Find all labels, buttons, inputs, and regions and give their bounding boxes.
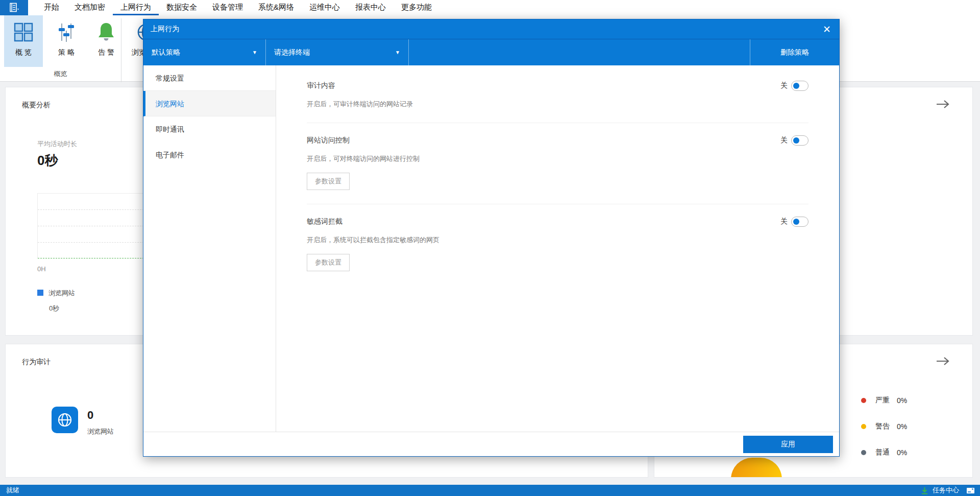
chevron-down-icon: ▼: [395, 50, 400, 55]
browse-web-label: 浏览网站: [87, 427, 114, 436]
menu-item-device-manage[interactable]: 设备管理: [205, 0, 251, 15]
toolbar-spacer: [409, 39, 750, 65]
ribbon-button-overview[interactable]: 概 览: [4, 15, 43, 67]
dialog-footer: 应用: [143, 432, 839, 456]
card-title: 行为审计: [22, 358, 51, 367]
normal-dot-icon: [861, 450, 866, 455]
section-audit-content: 审计内容 关 开启后，可审计终端访问的网站记录: [307, 68, 808, 123]
toggle-state-label: 关: [780, 217, 788, 226]
task-center-link[interactable]: 任务中心: [933, 486, 959, 495]
apply-button[interactable]: 应用: [743, 436, 833, 453]
section-desc: 开启后，可审计终端访问的网站记录: [307, 100, 808, 109]
section-title: 敏感词拦截: [307, 217, 342, 226]
main-menu: 开始 文档加密 上网行为 数据安全 设备管理 系统&网络 运维中心 报表中心 更…: [36, 0, 439, 15]
section-desc: 开启后，系统可以拦截包含指定敏感词的网页: [307, 235, 808, 245]
toggle-state-label: 关: [780, 136, 788, 145]
sensitive-words-toggle[interactable]: [791, 217, 808, 227]
ribbon-button-label: 告 警: [98, 48, 114, 57]
warning-dot-icon: [861, 424, 866, 429]
section-title: 审计内容: [307, 81, 335, 90]
internet-behavior-dialog: 上网行为 ✕ 默认策略 ▼ 请选择终端 ▼ 删除策略 常规设置 浏览网站 即时通…: [143, 19, 840, 457]
expand-arrow-icon[interactable]: [936, 357, 950, 368]
avg-activity-value: 0秒: [37, 152, 58, 170]
menu-item-system-network[interactable]: 系统&网络: [251, 0, 302, 15]
toggle-knob-icon: [793, 83, 799, 89]
nav-item-instant-messaging[interactable]: 即时通讯: [143, 116, 276, 142]
toggle-knob-icon: [793, 137, 799, 144]
ribbon-group-label: 概览: [0, 69, 121, 79]
grid-icon: [13, 21, 34, 43]
menu-item-start[interactable]: 开始: [36, 0, 67, 15]
menu-item-ops-center[interactable]: 运维中心: [302, 0, 348, 15]
expand-arrow-icon[interactable]: [936, 100, 950, 111]
delete-policy-button[interactable]: 删除策略: [750, 39, 839, 65]
dialog-nav: 常规设置 浏览网站 即时通讯 电子邮件: [143, 65, 276, 432]
dialog-content: 审计内容 关 开启后，可审计终端访问的网站记录 网站访问控制 关 开启后，可对: [276, 65, 839, 432]
alarm-item-normal: 普通0%: [861, 445, 907, 460]
chart-x-tick: 0H: [37, 265, 46, 273]
chevron-down-icon: [17, 9, 19, 10]
ribbon-button-alarm[interactable]: 告 警: [90, 15, 122, 67]
status-ready-label: 就绪: [0, 486, 19, 495]
avg-activity-label: 平均活动时长: [37, 139, 77, 149]
download-arrow-icon[interactable]: [921, 487, 928, 494]
ribbon-group-divider: [121, 18, 121, 82]
alarm-item-severe: 严重0%: [861, 393, 907, 408]
globe-icon: [56, 411, 74, 429]
bell-icon: [95, 21, 117, 43]
sliders-icon: [56, 21, 77, 43]
statusbar: 就绪 任务中心: [0, 485, 980, 496]
nav-item-browse-web[interactable]: 浏览网站: [143, 91, 276, 116]
terminal-dropdown[interactable]: 请选择终端 ▼: [266, 39, 409, 65]
policy-dropdown[interactable]: 默认策略 ▼: [143, 39, 266, 65]
dialog-title: 上网行为: [151, 25, 179, 34]
ribbon-button-label: 概 览: [15, 48, 32, 57]
nav-item-email[interactable]: 电子邮件: [143, 142, 276, 168]
toggle-state-label: 关: [780, 81, 788, 90]
app-menu-button[interactable]: [0, 0, 28, 15]
menu-item-doc-encrypt[interactable]: 文档加密: [67, 0, 113, 15]
alarm-gauge-arc: [731, 458, 782, 478]
param-settings-button[interactable]: 参数设置: [307, 254, 350, 271]
menubar: 开始 文档加密 上网行为 数据安全 设备管理 系统&网络 运维中心 报表中心 更…: [0, 0, 980, 15]
card-title: 概要分析: [22, 101, 51, 110]
menu-item-internet-behavior[interactable]: 上网行为: [113, 0, 159, 15]
severe-dot-icon: [861, 398, 866, 403]
alarm-item-warning: 警告0%: [861, 419, 907, 434]
web-access-toggle[interactable]: [791, 135, 808, 146]
browse-web-count: 0: [87, 409, 93, 422]
close-icon[interactable]: ✕: [823, 25, 831, 34]
menu-item-report-center[interactable]: 报表中心: [348, 0, 394, 15]
dialog-titlebar: 上网行为 ✕: [143, 19, 839, 39]
ribbon-button-policy[interactable]: 策 略: [50, 15, 83, 67]
document-list-icon: [8, 3, 21, 13]
section-web-access-control: 网站访问控制 关 开启后，可对终端访问的网站进行控制 参数设置: [307, 123, 808, 204]
ribbon-button-label: 策 略: [58, 48, 75, 57]
section-title: 网站访问控制: [307, 136, 350, 145]
audit-content-toggle[interactable]: [791, 81, 808, 91]
nav-item-general-settings[interactable]: 常规设置: [143, 65, 276, 91]
menu-item-data-security[interactable]: 数据安全: [159, 0, 205, 15]
section-sensitive-words: 敏感词拦截 关 开启后，系统可以拦截包含指定敏感词的网页 参数设置: [307, 204, 808, 285]
toggle-knob-icon: [793, 219, 799, 225]
chevron-down-icon: ▼: [252, 50, 257, 55]
param-settings-button[interactable]: 参数设置: [307, 173, 350, 190]
section-desc: 开启后，可对终端访问的网站进行控制: [307, 154, 808, 163]
message-panel-icon[interactable]: [966, 487, 975, 494]
legend-swatch: [37, 290, 43, 296]
dialog-toolbar: 默认策略 ▼ 请选择终端 ▼ 删除策略: [143, 39, 839, 65]
chart-legend-value: 0秒: [49, 304, 59, 313]
chart-legend: 浏览网站: [37, 289, 75, 298]
menu-item-more[interactable]: 更多功能: [394, 0, 439, 15]
alarm-legend: 严重0% 警告0% 普通0%: [861, 393, 907, 471]
browse-web-tile[interactable]: [52, 407, 78, 433]
